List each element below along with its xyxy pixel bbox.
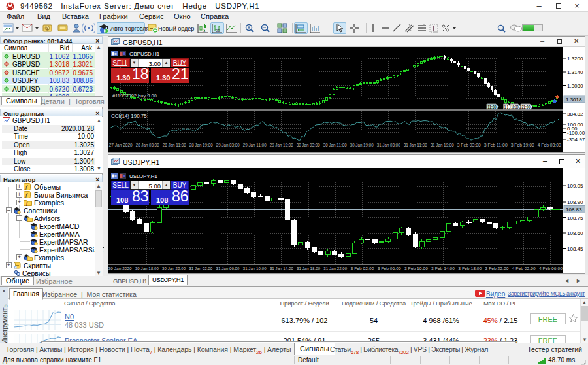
svg-text:3 Feb 03:00: 3 Feb 03:00 <box>457 142 481 148</box>
svg-text:3 Feb 11:00: 3 Feb 11:00 <box>484 142 508 148</box>
svg-text:28 Jan 11:00: 28 Jan 11:00 <box>163 142 186 148</box>
svg-text:28 Jan 19:00: 28 Jan 19:00 <box>189 142 213 148</box>
svg-text:31 Jan 14:00: 31 Jan 14:00 <box>270 266 293 271</box>
svg-text:1.3018: 1.3018 <box>566 97 582 103</box>
svg-text:1.3200: 1.3200 <box>567 56 583 61</box>
svg-text:31 Jan 19:00: 31 Jan 19:00 <box>431 142 454 148</box>
svg-text:4 Feb 03:00: 4 Feb 03:00 <box>538 142 561 148</box>
svg-text:#11392302 buy 3.00: #11392302 buy 3.00 <box>112 93 157 99</box>
svg-text:T: T <box>432 25 436 32</box>
svg-text:108.60: 108.60 <box>567 230 583 236</box>
svg-text:27 Jan 2020: 27 Jan 2020 <box>109 142 133 148</box>
svg-text:CCI(14) 190.75: CCI(14) 190.75 <box>111 113 147 119</box>
svg-text:30 Jan 2020: 30 Jan 2020 <box>108 266 132 271</box>
svg-text:3 Feb 10:00: 3 Feb 10:00 <box>404 266 428 271</box>
svg-text:3 Feb 06:00: 3 Feb 06:00 <box>378 266 401 271</box>
svg-text:11:30: 11:30 <box>487 105 497 109</box>
svg-text:1: 1 <box>203 29 206 33</box>
svg-text:-354.97: -354.97 <box>567 137 585 143</box>
svg-text:1.3080: 1.3080 <box>567 83 583 89</box>
svg-text:4 Feb 02:00: 4 Feb 02:00 <box>512 266 536 271</box>
svg-text:31 Jan 18:00: 31 Jan 18:00 <box>297 266 320 271</box>
svg-text:31 Jan 11:00: 31 Jan 11:00 <box>404 142 427 148</box>
svg-text:31 Jan 10:00: 31 Jan 10:00 <box>243 266 267 271</box>
svg-text:21:00: 21:00 <box>521 105 531 109</box>
svg-text:18:30: 18:30 <box>511 105 519 109</box>
svg-text:109.05: 109.05 <box>567 183 583 189</box>
svg-text:30 Jan 22:00: 30 Jan 22:00 <box>162 266 186 271</box>
svg-text:31 Jan 02:00: 31 Jan 02:00 <box>189 266 212 271</box>
svg-text:31 Jan 06:00: 31 Jan 06:00 <box>216 266 240 271</box>
svg-text:3 Feb 02:00: 3 Feb 02:00 <box>351 266 374 271</box>
svg-text:1.3140: 1.3140 <box>567 69 583 75</box>
svg-text:108.90: 108.90 <box>567 200 583 205</box>
svg-text:30 Jan 18:00: 30 Jan 18:00 <box>135 266 159 271</box>
svg-text:$: $ <box>46 26 49 31</box>
svg-text:3 Feb 19:00: 3 Feb 19:00 <box>511 142 534 148</box>
svg-text:4 Feb 06:00: 4 Feb 06:00 <box>539 266 563 271</box>
svg-text:29 Jan 11:00: 29 Jan 11:00 <box>243 142 267 148</box>
svg-text:30 Jan 03:00: 30 Jan 03:00 <box>297 142 320 148</box>
svg-text:-100.00: -100.00 <box>567 130 585 136</box>
svg-text:30 Jan 19:00: 30 Jan 19:00 <box>350 142 374 148</box>
svg-text:3 Feb 22:00: 3 Feb 22:00 <box>485 266 509 271</box>
svg-text:384.82: 384.82 <box>567 111 583 117</box>
svg-text:3 Feb 14:00: 3 Feb 14:00 <box>431 266 455 271</box>
svg-text:31 Jan 03:00: 31 Jan 03:00 <box>377 142 400 148</box>
svg-text:29 Jan 19:00: 29 Jan 19:00 <box>270 142 293 148</box>
svg-text:30 Jan 11:00: 30 Jan 11:00 <box>323 142 347 148</box>
svg-text:3 Feb 18:00: 3 Feb 18:00 <box>458 266 482 271</box>
svg-text:1 1: 1 1 <box>504 105 509 109</box>
svg-text:108.75: 108.75 <box>567 215 583 221</box>
svg-text:00: 00 <box>216 29 220 33</box>
svg-text:29 Jan 03:00: 29 Jan 03:00 <box>216 142 240 148</box>
svg-text:28 Jan 03:00: 28 Jan 03:00 <box>136 142 159 148</box>
svg-text:108.83: 108.83 <box>566 207 582 213</box>
svg-text:31 Jan 22:00: 31 Jan 22:00 <box>323 266 347 271</box>
svg-text:108.45: 108.45 <box>567 246 583 252</box>
